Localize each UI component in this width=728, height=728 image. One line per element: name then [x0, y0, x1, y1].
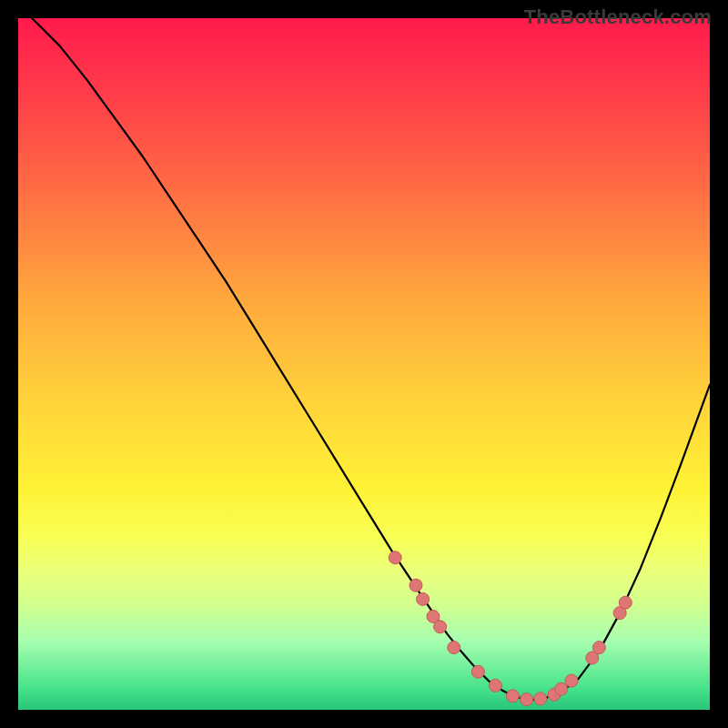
- data-dot: [506, 690, 519, 703]
- data-dot: [448, 642, 460, 654]
- data-dot: [417, 592, 430, 605]
- data-dot: [471, 665, 484, 678]
- data-dot: [521, 693, 533, 706]
- chart-overlay: [18, 18, 710, 710]
- data-dot: [410, 579, 422, 592]
- data-dot: [565, 674, 578, 687]
- data-dot: [619, 596, 632, 609]
- data-dot: [534, 693, 547, 705]
- data-dots: [389, 551, 632, 706]
- data-dot: [592, 642, 605, 654]
- chart-stage: TheBottleneck.com: [0, 0, 728, 728]
- curve-line: [32, 18, 710, 700]
- data-dot: [489, 679, 501, 692]
- data-dot: [389, 551, 401, 564]
- data-dot: [555, 682, 568, 695]
- data-dot: [434, 621, 447, 633]
